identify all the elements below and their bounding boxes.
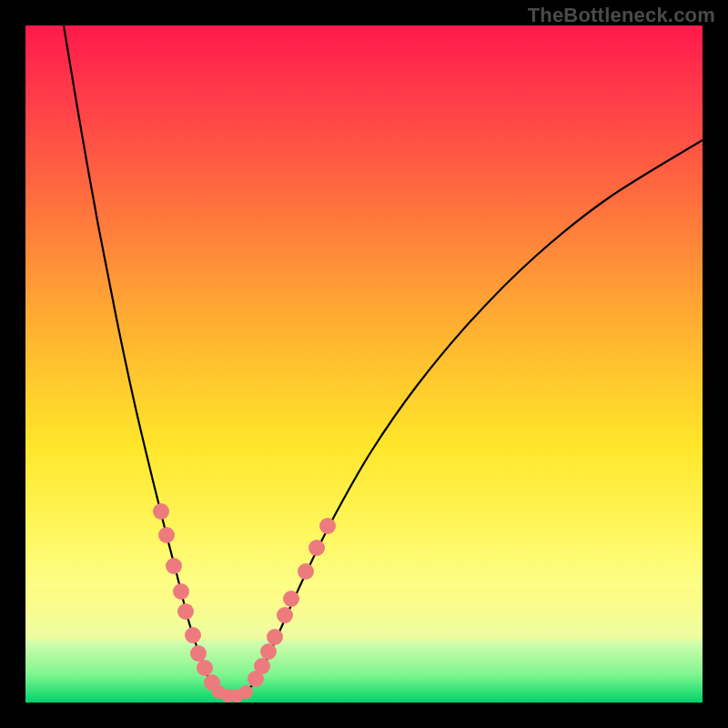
bottleneck-curve <box>25 25 703 703</box>
data-marker <box>173 583 189 600</box>
data-marker <box>277 607 293 623</box>
data-marker <box>283 591 299 607</box>
data-marker <box>166 558 182 574</box>
data-marker <box>267 629 283 645</box>
plot-area <box>25 25 703 703</box>
data-marker <box>177 603 194 620</box>
watermark-text: TheBottleneck.com <box>528 4 715 27</box>
data-marker <box>153 503 169 520</box>
chart-frame: TheBottleneck.com <box>0 0 728 728</box>
data-marker <box>239 685 253 699</box>
data-marker <box>254 658 270 674</box>
data-marker <box>260 643 277 660</box>
data-marker <box>158 527 175 543</box>
data-marker <box>185 627 201 643</box>
data-marker <box>308 540 325 556</box>
data-marker <box>319 518 336 534</box>
data-marker <box>298 563 314 580</box>
